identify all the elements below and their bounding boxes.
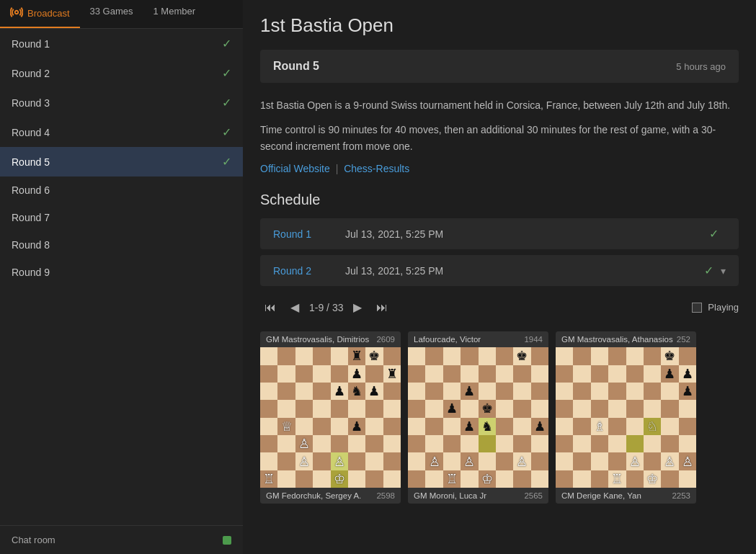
sidebar-round-6[interactable]: Round 6 xyxy=(0,177,243,204)
playing-toggle[interactable]: Playing xyxy=(692,302,739,313)
player-name-black: GM Fedorchuk, Sergey A. xyxy=(266,491,361,500)
sidebar-round-9[interactable]: Round 9 xyxy=(0,259,243,286)
board-cell xyxy=(608,418,626,435)
round-label: Round 2 xyxy=(12,68,50,79)
board-cell xyxy=(661,418,678,435)
board-cell xyxy=(661,435,678,452)
prev-page-button[interactable]: ◀ xyxy=(286,298,303,317)
board-cell xyxy=(644,452,661,470)
board-cell xyxy=(313,452,330,470)
board-cell xyxy=(496,365,513,383)
board-cell xyxy=(573,347,590,365)
first-page-button[interactable]: ⏮ xyxy=(260,298,280,317)
links: Official Website | Chess-Results xyxy=(260,163,739,174)
schedule-check-2: ✓ xyxy=(704,264,713,277)
chess-board: ♚♟♟♟♗♘♙♙♙♖♔ xyxy=(556,347,696,488)
official-website-link[interactable]: Official Website xyxy=(260,163,330,174)
description2: Time control is 90 minutes for 40 moves,… xyxy=(260,122,739,154)
broadcast-label: Broadcast xyxy=(27,8,70,19)
player-name-white: GM Mastrovasalis, Dimitrios xyxy=(266,335,369,344)
board-cell xyxy=(461,435,478,452)
check-icon: ✓ xyxy=(222,125,231,139)
chat-room[interactable]: Chat room xyxy=(0,525,243,554)
player-name-black: CM Derige Kane, Yan xyxy=(561,491,641,500)
board-card-1[interactable]: GM Mastrovasalis, Dimitrios 2609 ♜♚♟♜♟♞♟… xyxy=(260,331,401,504)
board-cell xyxy=(313,418,330,435)
board-cell xyxy=(365,400,383,417)
check-icon: ✓ xyxy=(222,96,231,110)
board-cell xyxy=(331,347,348,365)
board-cell xyxy=(531,452,548,470)
last-page-button[interactable]: ⏭ xyxy=(372,298,392,317)
board-cell xyxy=(644,400,661,417)
board-cell xyxy=(408,347,425,365)
sidebar-round-7[interactable]: Round 7 xyxy=(0,204,243,231)
members-tab[interactable]: 1 Member xyxy=(143,0,206,28)
board-cell xyxy=(260,400,277,417)
round-label: Round 8 xyxy=(12,239,50,251)
board-cell xyxy=(591,470,608,488)
board-cell xyxy=(591,383,608,400)
broadcast-tab[interactable]: Broadcast xyxy=(0,0,80,28)
schedule-round-1-date: Jul 13, 2021, 5:25 PM xyxy=(331,228,709,240)
board-cell: ♟ xyxy=(443,400,461,417)
round-label: Round 6 xyxy=(12,184,50,196)
chess-results-link[interactable]: Chess-Results xyxy=(344,163,409,174)
round-label: Round 5 xyxy=(12,156,50,168)
sidebar-tabs: Broadcast 33 Games 1 Member xyxy=(0,0,243,29)
sidebar-round-2[interactable]: Round 2 ✓ xyxy=(0,58,243,88)
schedule-round-1-link[interactable]: Round 1 xyxy=(273,228,331,240)
sidebar-round-4[interactable]: Round 4 ✓ xyxy=(0,117,243,147)
round-label: Round 3 xyxy=(12,97,50,109)
schedule-item-1: Round 1 Jul 13, 2021, 5:25 PM ✓ xyxy=(260,218,739,249)
round-time-ago: 5 hours ago xyxy=(676,61,726,72)
board-card-2[interactable]: Lafourcade, Victor 1944 ♚♟♟♚♟♞♟♙♙♙♖♔ GM … xyxy=(408,331,548,504)
board-cell xyxy=(531,435,548,452)
playing-label: Playing xyxy=(708,302,739,313)
schedule-check-1: ✓ xyxy=(709,227,719,241)
schedule-item-2: Round 2 Jul 13, 2021, 5:25 PM ✓ ▾ xyxy=(260,255,739,286)
sidebar-round-1[interactable]: Round 1 ✓ xyxy=(0,29,243,58)
board-cell xyxy=(277,452,295,470)
board-cell: ♙ xyxy=(626,452,644,470)
player-rating-white: 252 xyxy=(677,335,690,344)
board-cell xyxy=(313,383,330,400)
board-cell xyxy=(679,435,696,452)
chevron-down-icon: ▾ xyxy=(721,265,726,277)
board-cell xyxy=(531,470,548,488)
board-cell xyxy=(295,418,313,435)
board-cell xyxy=(608,400,626,417)
board-cell xyxy=(556,347,573,365)
board-cell xyxy=(365,470,383,488)
board-card-3[interactable]: GM Mastrovasalis, Athanasios 252 ♚♟♟♟♗♘♙… xyxy=(556,331,696,504)
board-cell xyxy=(295,347,313,365)
chat-room-label: Chat room xyxy=(12,535,55,545)
round-label: Round 1 xyxy=(12,38,50,50)
board-cell: ♟ xyxy=(679,365,696,383)
sidebar-round-5[interactable]: Round 5 ✓ xyxy=(0,147,243,177)
playing-checkbox[interactable] xyxy=(692,303,702,313)
board-cell xyxy=(425,470,443,488)
board-cell: ♗ xyxy=(591,418,608,435)
round-label: Round 4 xyxy=(12,127,50,138)
board-cell xyxy=(573,435,590,452)
games-tab[interactable]: 33 Games xyxy=(80,0,143,28)
board-cell xyxy=(513,418,530,435)
next-page-button[interactable]: ▶ xyxy=(349,298,366,317)
sidebar-round-3[interactable]: Round 3 ✓ xyxy=(0,88,243,117)
board-cell xyxy=(556,365,573,383)
board-cell: ♟ xyxy=(348,418,365,435)
board-cell xyxy=(591,347,608,365)
board-cell xyxy=(443,452,461,470)
board-cell xyxy=(383,383,401,400)
board-cell: ♜ xyxy=(348,347,365,365)
schedule-round-2-link[interactable]: Round 2 xyxy=(273,265,331,277)
board-cell: ♙ xyxy=(679,452,696,470)
round-header-title: Round 5 xyxy=(273,60,319,73)
board-cell xyxy=(496,347,513,365)
board-cell xyxy=(383,452,401,470)
board-cell xyxy=(496,435,513,452)
board-cell xyxy=(277,347,295,365)
board-cell xyxy=(443,418,461,435)
sidebar-round-8[interactable]: Round 8 xyxy=(0,231,243,259)
